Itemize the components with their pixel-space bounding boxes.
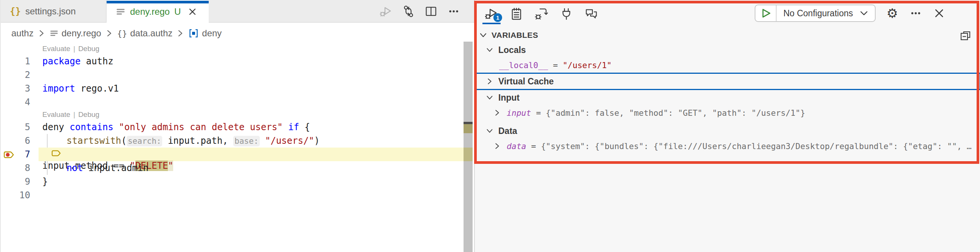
code-line-4: 4: [1, 95, 463, 109]
notebook-icon[interactable]: [509, 5, 524, 23]
code-lens-debug[interactable]: Debug: [78, 110, 99, 119]
start-debug-icon[interactable]: [756, 8, 776, 19]
code-line-7: 7input.method == "DELETE": [1, 148, 463, 161]
variables-section-header[interactable]: VARIABLES: [475, 28, 980, 42]
run-and-debug-icon[interactable]: 1: [484, 5, 499, 23]
gutter-line-5[interactable]: 5: [1, 120, 38, 134]
chevron-down-icon: [485, 127, 494, 135]
line-number: 7: [25, 148, 30, 161]
plug-icon[interactable]: [559, 5, 574, 23]
code-line-content[interactable]: startswith(search: input.path, base: "/u…: [38, 134, 463, 148]
line-number: 6: [25, 134, 30, 148]
line-number: 4: [25, 95, 30, 109]
variables-section-data[interactable]: Data: [475, 123, 980, 139]
breadcrumb-item-rule[interactable]: deny: [188, 28, 221, 38]
gutter-line-7[interactable]: 7: [1, 148, 38, 161]
variables-title: VARIABLES: [492, 31, 538, 40]
code-line-content[interactable]: [38, 95, 463, 109]
variable-row-input[interactable]: input = {"admin": false, "method": "GET"…: [475, 105, 980, 120]
chevron-right-icon: [38, 29, 45, 37]
code-line-content[interactable]: not input.admin: [38, 161, 463, 175]
gutter-line-4[interactable]: 4: [1, 95, 38, 109]
tab-label: deny.rego: [130, 6, 170, 17]
line-number: 5: [25, 120, 30, 134]
variable-row-data[interactable]: data = {"system": {"bundles": {"file:///…: [475, 139, 980, 154]
gutter-line-2[interactable]: 2: [1, 68, 38, 82]
gear-icon[interactable]: ⚙: [886, 6, 899, 20]
indent-guide: [47, 161, 48, 175]
close-icon[interactable]: [932, 6, 946, 20]
breakpoint-current-icon[interactable]: [3, 148, 16, 161]
variable-row-local0[interactable]: __local0__ = "/users/1": [475, 57, 980, 73]
section-label: Locals: [498, 45, 526, 55]
gutter-line-6[interactable]: 6: [1, 134, 38, 148]
code-line-1: 1package authz: [1, 54, 463, 68]
code-lens-evaluate[interactable]: Evaluate: [42, 45, 70, 53]
compare-changes-icon[interactable]: [401, 5, 415, 18]
code-line-content[interactable]: package authz: [38, 54, 463, 68]
chevron-down-icon: [485, 46, 494, 54]
variables-section-input[interactable]: Input: [475, 90, 980, 105]
section-label: Virtual Cache: [498, 77, 554, 87]
overview-mark-current-line: [463, 148, 473, 161]
code-line-content[interactable]: input.method == "DELETE": [38, 148, 463, 161]
debug-pointer-icon: [42, 148, 463, 159]
code-lens: Evaluate|Debug: [1, 109, 463, 120]
gutter-line-8[interactable]: 8: [1, 161, 38, 175]
vscode-window: {} settings.json deny.rego U: [0, 0, 980, 252]
variable-name: __local0__: [499, 61, 548, 70]
debug-count-badge: 1: [493, 13, 502, 22]
more-actions-icon[interactable]: [447, 5, 460, 18]
code-lens-debug[interactable]: Debug: [78, 45, 99, 53]
gutter-line-10[interactable]: 10: [1, 188, 38, 202]
indent-guide: [47, 134, 48, 148]
code-lens-evaluate[interactable]: Evaluate: [42, 110, 70, 119]
chevron-down-icon: [485, 94, 494, 102]
breadcrumb-item-package[interactable]: {} data.authz: [117, 28, 173, 38]
code-line-content[interactable]: [38, 188, 463, 202]
editor-scrollbar[interactable]: [463, 41, 473, 252]
code-line-content[interactable]: import rego.v1: [38, 82, 463, 95]
gutter-line-1[interactable]: 1: [1, 54, 38, 68]
code-line-10: 10: [1, 188, 463, 202]
tab-deny-rego[interactable]: deny.rego U: [107, 0, 209, 24]
more-actions-icon[interactable]: [909, 6, 923, 20]
variables-tree: Locals__local0__ = "/users/1"Virtual Cac…: [475, 42, 980, 154]
code-line-3: 3import rego.v1: [1, 82, 463, 95]
json-braces-icon: {}: [10, 6, 21, 17]
debug-console-icon[interactable]: [534, 5, 549, 23]
comments-icon[interactable]: [584, 5, 599, 23]
breadcrumb-item-file[interactable]: deny.rego: [49, 28, 101, 38]
line-number: 10: [19, 188, 30, 202]
line-number: 1: [25, 54, 30, 68]
code-line-content[interactable]: }: [38, 175, 463, 188]
code-lens: Evaluate|Debug: [1, 43, 463, 54]
collapse-all-icon[interactable]: [959, 30, 972, 41]
code-line-5: 5deny contains "only admins can delete u…: [1, 120, 463, 134]
chevron-down-icon: [859, 8, 875, 18]
chevron-right-icon: [485, 77, 494, 86]
code-line-content[interactable]: deny contains "only admins can delete us…: [38, 120, 463, 134]
launch-configuration-picker[interactable]: No Configurations: [755, 5, 876, 22]
section-label: Data: [498, 126, 517, 136]
editor-action-bar: [379, 0, 460, 23]
variable-name: input: [507, 108, 531, 118]
run-debug-icon[interactable]: [379, 5, 393, 18]
variables-section-locals[interactable]: Locals: [475, 42, 980, 57]
breadcrumb-item-authz[interactable]: authz: [11, 28, 33, 38]
line-number: 3: [25, 82, 30, 95]
code-line-6: 6startswith(search: input.path, base: "/…: [1, 134, 463, 148]
tab-settings-json[interactable]: {} settings.json: [1, 0, 107, 23]
split-editor-icon[interactable]: [424, 5, 438, 18]
list-lines-icon: [116, 7, 126, 17]
close-icon[interactable]: [188, 7, 197, 17]
code-line-content[interactable]: [38, 68, 463, 82]
variables-section-virtual-cache[interactable]: Virtual Cache: [475, 73, 980, 90]
launch-configuration-label: No Configurations: [776, 8, 859, 19]
gutter-line-9[interactable]: 9: [1, 175, 38, 188]
overview-mark-selection: [463, 124, 473, 133]
gutter-line-3[interactable]: 3: [1, 82, 38, 95]
symbol-rule-icon: [188, 28, 199, 38]
braces-icon: {}: [117, 29, 127, 38]
git-status-badge: U: [174, 6, 181, 17]
